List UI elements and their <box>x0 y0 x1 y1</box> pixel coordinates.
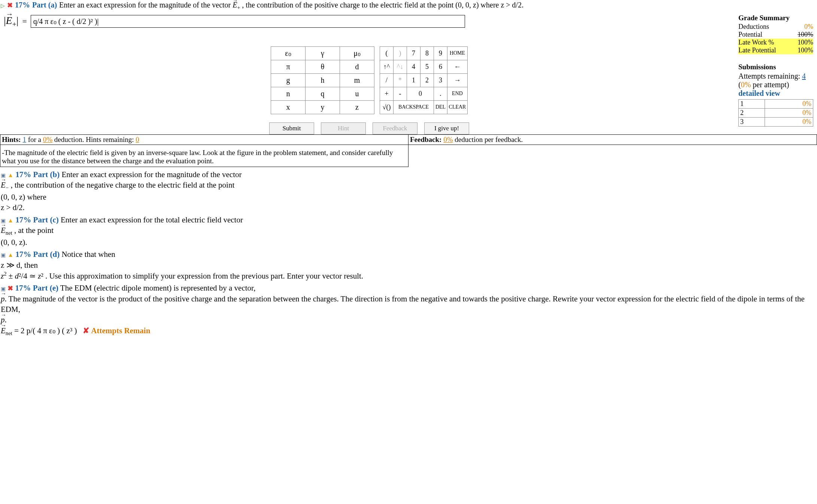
key-3[interactable]: 3 <box>434 73 447 87</box>
expand-icon[interactable]: ▷ <box>1 3 5 9</box>
key-d[interactable]: d <box>340 60 374 73</box>
key-open-paren[interactable]: ( <box>380 46 394 60</box>
part-c-label: Part (c) <box>33 215 59 224</box>
key-u[interactable]: u <box>340 87 374 100</box>
key-g[interactable]: g <box>271 73 306 87</box>
summary-title: Grade Summary <box>738 14 813 22</box>
answer-row: |→E+| = q/4 π ε₀ ( z - ( d/2 )² )| <box>4 15 738 28</box>
key-left[interactable]: ← <box>447 60 468 73</box>
key-pi[interactable]: π <box>271 60 306 73</box>
sub-row-2-v: 0% <box>765 109 813 118</box>
grade-summary: Grade Summary Deductions0% Potential100%… <box>738 14 813 127</box>
part-a-prompt: Enter an exact expression for the magnit… <box>59 1 523 11</box>
key-y[interactable]: y <box>306 100 340 114</box>
key-z[interactable]: z <box>340 100 374 114</box>
per-attempt: (0% per attempt) <box>738 81 813 89</box>
hints-feedback-row: Hints: 1 for a 0% deduction. Hints remai… <box>0 134 817 145</box>
attempts-remain: ✘ Attempts Remain <box>83 326 150 335</box>
hint-body: -The magnitude of the electric field is … <box>0 145 408 167</box>
collapse-icon[interactable]: ▣ <box>1 252 6 258</box>
sub-row-3-v: 0% <box>765 118 813 127</box>
detailed-view-link[interactable]: detailed view <box>738 89 780 97</box>
hints-ded-pct: 0% <box>43 136 52 143</box>
latework-val: 100% <box>798 39 813 46</box>
feedback-button[interactable]: Feedback <box>373 122 417 134</box>
key-gamma[interactable]: γ <box>306 46 340 60</box>
sub-row-1-n: 1 <box>739 100 765 109</box>
key-clear[interactable]: CLEAR <box>447 100 468 114</box>
key-5[interactable]: 5 <box>420 60 434 73</box>
key-plus[interactable]: + <box>380 87 394 100</box>
key-dot[interactable]: . <box>434 87 447 100</box>
part-a-pct: 17% <box>15 1 30 9</box>
part-e-label: Part (e) <box>33 283 58 292</box>
key-7[interactable]: 7 <box>407 46 420 60</box>
key-2[interactable]: 2 <box>420 73 434 87</box>
hints-remaining: 0 <box>136 136 139 143</box>
action-buttons: Submit Hint Feedback I give up! <box>269 122 469 134</box>
key-eps0[interactable]: ε₀ <box>271 46 306 60</box>
part-c-pct: 17% <box>15 215 31 224</box>
key-4[interactable]: 4 <box>407 60 420 73</box>
hints-count[interactable]: 1 <box>22 136 26 143</box>
key-multiply[interactable]: * <box>394 73 407 87</box>
part-b: ▣ ▲ 17% Part (b) Enter an exact expressi… <box>1 169 816 213</box>
sub-row-2-n: 2 <box>739 109 765 118</box>
part-c: ▣ ▲ 17% Part (c) Enter an exact expressi… <box>1 215 816 248</box>
feedback-pct: 0% <box>443 136 453 143</box>
hint-button[interactable]: Hint <box>321 122 366 134</box>
key-1[interactable]: 1 <box>407 73 420 87</box>
giveup-button[interactable]: I give up! <box>424 122 469 134</box>
key-8[interactable]: 8 <box>420 46 434 60</box>
deductions-label: Deductions <box>738 23 769 31</box>
key-close-paren[interactable]: ) <box>394 46 407 60</box>
key-end[interactable]: END <box>447 87 468 100</box>
part-e-pct: 17% <box>15 283 31 292</box>
key-right[interactable]: → <box>447 73 468 87</box>
key-up-caret[interactable]: ↑^ <box>380 60 394 73</box>
key-x[interactable]: x <box>271 100 306 114</box>
key-mu0[interactable]: μ₀ <box>340 46 374 60</box>
submissions-title: Submissions <box>738 63 813 71</box>
key-0[interactable]: 0 <box>407 87 434 100</box>
latework-label: Late Work % <box>738 39 774 46</box>
key-n[interactable]: n <box>271 87 306 100</box>
abs-open: |→E+| <box>4 15 18 28</box>
key-home[interactable]: HOME <box>447 46 468 60</box>
part-a-header: ▷ ✖ 17% Part (a) Enter an exact expressi… <box>0 0 817 12</box>
key-del[interactable]: DEL <box>434 100 447 114</box>
incorrect-icon: ✖ <box>7 1 13 9</box>
potential-val: 100% <box>798 31 813 39</box>
part-b-pct: 17% <box>15 170 31 179</box>
part-a-label: Part (a) <box>32 1 57 9</box>
part-b-label: Part (b) <box>33 170 60 179</box>
feedback-header: Feedback: 0% deduction per feedback. <box>408 135 817 145</box>
key-backspace[interactable]: BACKSPACE <box>394 100 434 114</box>
key-divide[interactable]: / <box>380 73 394 87</box>
key-down-caret[interactable]: ^↓ <box>394 60 407 73</box>
key-sqrt[interactable]: √() <box>380 100 394 114</box>
part-d-label: Part (d) <box>33 250 60 259</box>
numeric-keypad: ( ) 7 8 9 HOME ↑^ ^↓ 4 5 6 <box>380 46 468 114</box>
key-h[interactable]: h <box>306 73 340 87</box>
submit-button[interactable]: Submit <box>269 122 314 134</box>
key-q[interactable]: q <box>306 87 340 100</box>
key-9[interactable]: 9 <box>434 46 447 60</box>
latepot-val: 100% <box>798 46 813 54</box>
answer-input[interactable]: q/4 π ε₀ ( z - ( d/2 )² )| <box>31 15 465 28</box>
submissions-table: 10% 20% 30% <box>738 99 813 127</box>
key-minus[interactable]: - <box>394 87 407 100</box>
sub-row-1-v: 0% <box>765 100 813 109</box>
warning-icon: ▲ <box>7 172 13 178</box>
part-d-pct: 17% <box>15 250 31 259</box>
key-theta[interactable]: θ <box>306 60 340 73</box>
incorrect-icon: ✖ <box>7 285 13 292</box>
potential-label: Potential <box>738 31 762 39</box>
warning-icon: ▲ <box>7 252 13 258</box>
warning-icon: ▲ <box>7 217 13 224</box>
part-d: ▣ ▲ 17% Part (d) Notice that when z ≫ d,… <box>1 249 816 281</box>
key-6[interactable]: 6 <box>434 60 447 73</box>
key-m[interactable]: m <box>340 73 374 87</box>
deductions-val: 0% <box>804 23 813 31</box>
attempts-remaining: Attempts remaining: 4 <box>738 72 813 81</box>
